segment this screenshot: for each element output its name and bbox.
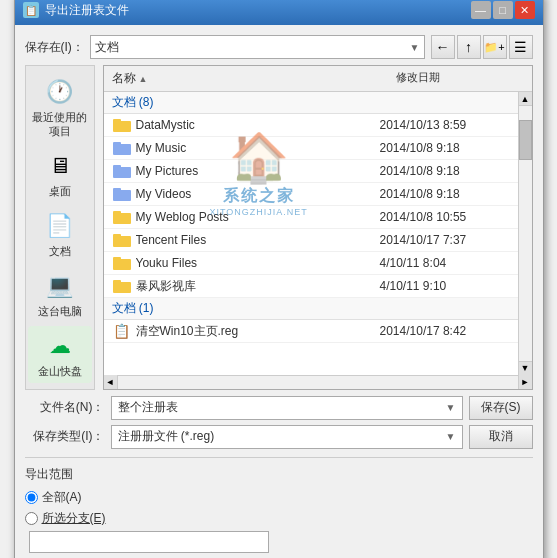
save-button[interactable]: 保存(S)	[469, 396, 533, 420]
file-date: 2014/10/13 8:59	[380, 118, 510, 132]
title-bar: 📋 导出注册表文件 — □ ✕	[15, 0, 543, 25]
file-date: 4/10/11 9:10	[380, 279, 510, 293]
file-icon	[112, 208, 132, 226]
cancel-button[interactable]: 取消	[469, 425, 533, 449]
radio-all-row: 全部(A)	[25, 489, 533, 506]
up-button[interactable]: ↑	[457, 35, 481, 59]
close-button[interactable]: ✕	[515, 1, 535, 19]
computer-label: 这台电脑	[38, 305, 82, 318]
file-item[interactable]: DataMystic2014/10/13 8:59	[104, 114, 518, 137]
sidebar-item-desktop[interactable]: 🖥 桌面	[28, 146, 92, 202]
kingsoft-label: 金山快盘	[38, 365, 82, 378]
file-item[interactable]: My Weblog Posts2014/10/8 10:55	[104, 206, 518, 229]
scroll-down[interactable]: ▼	[519, 361, 532, 375]
scroll-left[interactable]: ◄	[104, 375, 118, 389]
toolbar-row: 保存在(I)： 文档 ▼ ← ↑ 📁+ ☰	[25, 35, 533, 59]
file-list-content[interactable]: 文档 (8)DataMystic2014/10/13 8:59My Music2…	[104, 92, 518, 374]
file-name: My Music	[136, 141, 380, 155]
recent-label: 最近使用的项目	[30, 111, 90, 137]
radio-selected-row: 所选分支(E)	[25, 510, 533, 527]
file-item[interactable]: Tencent Files2014/10/17 7:37	[104, 229, 518, 252]
desktop-label: 桌面	[49, 185, 71, 198]
location-text: 文档	[95, 39, 119, 56]
group-header: 文档 (8)	[104, 92, 518, 114]
scrollbar-spacer	[518, 69, 532, 88]
sidebar: 🕐 最近使用的项目 🖥 桌面 📄 文档 💻 这台电脑 ☁ 金山快盘	[25, 65, 95, 389]
documents-label: 文档	[49, 245, 71, 258]
dialog-title: 导出注册表文件	[45, 2, 129, 19]
kingsoft-icon: ☁	[44, 330, 76, 362]
toolbar-buttons: ← ↑ 📁+ ☰	[431, 35, 533, 59]
file-icon	[112, 162, 132, 180]
maximize-button[interactable]: □	[493, 1, 513, 19]
radio-all-label-text: 全部(A)	[42, 490, 82, 504]
filetype-combo[interactable]: 注册册文件 (*.reg) ▼	[111, 425, 463, 449]
desktop-icon: 🖥	[44, 150, 76, 182]
title-buttons: — □ ✕	[471, 1, 535, 19]
file-name: DataMystic	[136, 118, 380, 132]
save-in-label: 保存在(I)：	[25, 39, 84, 56]
file-list-header: 名称 ▲ 修改日期	[104, 66, 532, 92]
file-item[interactable]: 暴风影视库4/10/11 9:10	[104, 275, 518, 298]
file-name: My Weblog Posts	[136, 210, 380, 224]
filename-value: 整个注册表	[118, 399, 178, 416]
file-icon	[112, 116, 132, 134]
scroll-thumb[interactable]	[519, 120, 532, 160]
file-item[interactable]: Youku Files4/10/11 8:04	[104, 252, 518, 275]
horizontal-scrollbar[interactable]: ◄ ►	[104, 375, 532, 389]
file-date: 2014/10/8 9:18	[380, 164, 510, 178]
main-area: 🕐 最近使用的项目 🖥 桌面 📄 文档 💻 这台电脑 ☁ 金山快盘	[25, 65, 533, 389]
dialog-body: 保存在(I)： 文档 ▼ ← ↑ 📁+ ☰ 🕐 最近使用的项目 🖥	[15, 25, 543, 558]
scroll-right[interactable]: ►	[518, 375, 532, 389]
file-item[interactable]: My Pictures2014/10/8 9:18	[104, 160, 518, 183]
filename-row: 文件名(N)： 整个注册表 ▼ 保存(S)	[25, 396, 533, 420]
svg-rect-1	[113, 119, 121, 123]
file-name: Tencent Files	[136, 233, 380, 247]
svg-rect-5	[113, 165, 121, 169]
location-combo[interactable]: 文档 ▼	[90, 35, 425, 59]
col-header-name[interactable]: 名称 ▲	[104, 69, 388, 88]
branch-input-row	[29, 531, 533, 553]
file-item[interactable]: My Music2014/10/8 9:18	[104, 137, 518, 160]
new-folder-button[interactable]: 📁+	[483, 35, 507, 59]
sidebar-item-documents[interactable]: 📄 文档	[28, 206, 92, 262]
radio-selected-label[interactable]: 所选分支(E)	[42, 510, 106, 527]
sort-icon: ▲	[139, 74, 148, 84]
file-list-area: 名称 ▲ 修改日期 文档 (8)DataMystic2014/10/13 8:5…	[103, 65, 533, 389]
file-date: 4/10/11 8:04	[380, 256, 510, 270]
title-bar-left: 📋 导出注册表文件	[23, 2, 129, 19]
svg-rect-15	[113, 280, 121, 284]
dialog-icon: 📋	[23, 2, 39, 18]
radio-selected-label-text: 所选分支(E)	[42, 511, 106, 525]
export-title: 导出范围	[25, 466, 533, 483]
view-button[interactable]: ☰	[509, 35, 533, 59]
back-button[interactable]: ←	[431, 35, 455, 59]
documents-icon: 📄	[44, 210, 76, 242]
location-arrow: ▼	[410, 42, 420, 53]
file-icon	[112, 139, 132, 157]
file-icon	[112, 277, 132, 295]
file-icon	[112, 185, 132, 203]
file-date: 2014/10/8 10:55	[380, 210, 510, 224]
radio-selected[interactable]	[25, 512, 38, 525]
file-icon	[112, 231, 132, 249]
col-header-date[interactable]: 修改日期	[388, 69, 518, 88]
file-item[interactable]: 📋清空Win10主页.reg2014/10/17 8:42	[104, 320, 518, 343]
sidebar-item-kingsoft[interactable]: ☁ 金山快盘	[28, 326, 92, 382]
branch-input[interactable]	[29, 531, 269, 553]
file-name: 清空Win10主页.reg	[136, 323, 380, 340]
minimize-button[interactable]: —	[471, 1, 491, 19]
scroll-up[interactable]: ▲	[519, 92, 532, 106]
filename-combo[interactable]: 整个注册表 ▼	[111, 396, 463, 420]
sidebar-item-recent[interactable]: 🕐 最近使用的项目	[28, 72, 92, 141]
vertical-scrollbar[interactable]: ▲ ▼	[518, 92, 532, 374]
radio-all[interactable]	[25, 491, 38, 504]
file-item[interactable]: My Videos2014/10/8 9:18	[104, 183, 518, 206]
group-header: 文档 (1)	[104, 298, 518, 320]
filetype-value: 注册册文件 (*.reg)	[118, 428, 215, 445]
file-date: 2014/10/8 9:18	[380, 187, 510, 201]
file-date: 2014/10/17 8:42	[380, 324, 510, 338]
file-icon	[112, 254, 132, 272]
sidebar-item-computer[interactable]: 💻 这台电脑	[28, 266, 92, 322]
radio-all-label[interactable]: 全部(A)	[42, 489, 82, 506]
